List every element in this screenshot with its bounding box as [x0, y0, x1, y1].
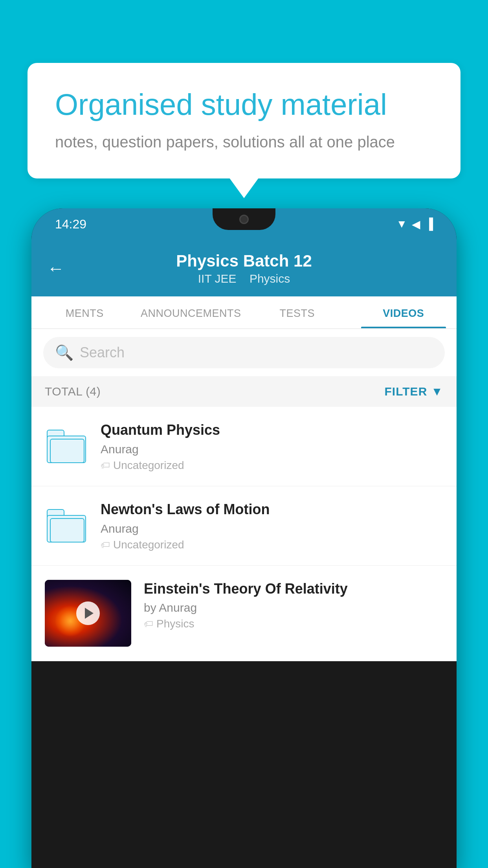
hero-section: Organised study material notes, question… [28, 63, 460, 178]
tag-physics: Physics [250, 272, 290, 285]
tab-videos[interactable]: VIDEOS [350, 296, 457, 328]
tag-icon-1: 🏷 [101, 460, 110, 471]
tag-icon-2: 🏷 [101, 539, 110, 550]
tag-iitjee: IIT JEE [198, 272, 237, 285]
hero-subtitle: notes, question papers, solutions all at… [55, 133, 433, 151]
filter-label: FILTER [385, 385, 427, 398]
wifi-icon: ▼ [396, 218, 407, 230]
total-count: TOTAL (4) [45, 385, 101, 398]
phone-notch [213, 208, 275, 230]
filter-icon: ▼ [431, 385, 443, 398]
search-placeholder: Search [80, 344, 125, 361]
video-tag-label-3: Physics [156, 618, 194, 630]
list-item[interactable]: Newton's Laws of Motion Anurag 🏷 Uncateg… [31, 486, 457, 566]
video-tag-1: 🏷 Uncategorized [101, 459, 443, 472]
status-bar: 14:29 ▼ ◀ ▐ [31, 208, 457, 240]
video-title-3: Einstein's Theory Of Relativity [144, 580, 443, 598]
folder-thumbnail-1 [45, 425, 88, 468]
video-title-1: Quantum Physics [101, 421, 443, 440]
video-tag-3: 🏷 Physics [144, 618, 443, 630]
tab-tests[interactable]: TESTS [244, 296, 350, 328]
video-author-3: by Anurag [144, 601, 443, 614]
batch-subtitle: IIT JEE Physics [176, 272, 312, 285]
video-tag-2: 🏷 Uncategorized [101, 539, 443, 551]
video-author-2: Anurag [101, 522, 443, 535]
search-icon: 🔍 [55, 344, 73, 361]
video-info-2: Newton's Laws of Motion Anurag 🏷 Uncateg… [101, 500, 443, 551]
folder-thumbnail-2 [45, 504, 88, 547]
status-time: 14:29 [55, 217, 86, 232]
signal-icon: ◀ [412, 218, 420, 231]
video-info-3: Einstein's Theory Of Relativity by Anura… [144, 580, 443, 631]
camera-icon [239, 215, 249, 224]
tab-ments[interactable]: MENTS [31, 296, 138, 328]
status-icons: ▼ ◀ ▐ [396, 218, 433, 231]
play-icon [85, 608, 94, 619]
tab-announcements[interactable]: ANNOUNCEMENTS [138, 296, 244, 328]
phone-frame: 14:29 ▼ ◀ ▐ ← Physics Batch 12 IIT JEE P… [31, 208, 457, 868]
video-tag-label-2: Uncategorized [113, 539, 184, 551]
video-thumbnail-3 [45, 580, 131, 647]
video-tag-label-1: Uncategorized [113, 459, 184, 472]
search-bar[interactable]: 🔍 Search [43, 337, 445, 368]
list-item[interactable]: Einstein's Theory Of Relativity by Anura… [31, 566, 457, 661]
speech-bubble: Organised study material notes, question… [28, 63, 460, 178]
app-header: ← Physics Batch 12 IIT JEE Physics [31, 240, 457, 296]
video-title-2: Newton's Laws of Motion [101, 500, 443, 519]
batch-title: Physics Batch 12 [176, 252, 312, 270]
list-item[interactable]: Quantum Physics Anurag 🏷 Uncategorized [31, 407, 457, 486]
hero-title: Organised study material [55, 86, 433, 122]
video-author-1: Anurag [101, 443, 443, 456]
filter-bar: TOTAL (4) FILTER ▼ [31, 376, 457, 407]
video-info-1: Quantum Physics Anurag 🏷 Uncategorized [101, 421, 443, 472]
battery-icon: ▐ [425, 218, 433, 230]
tab-bar: MENTS ANNOUNCEMENTS TESTS VIDEOS [31, 296, 457, 329]
back-button[interactable]: ← [47, 259, 64, 278]
video-list: Quantum Physics Anurag 🏷 Uncategorized N… [31, 407, 457, 661]
filter-button[interactable]: FILTER ▼ [385, 385, 443, 398]
tag-icon-3: 🏷 [144, 618, 153, 629]
play-button[interactable] [76, 601, 100, 625]
header-title-block: Physics Batch 12 IIT JEE Physics [176, 252, 312, 285]
search-container: 🔍 Search [31, 329, 457, 376]
